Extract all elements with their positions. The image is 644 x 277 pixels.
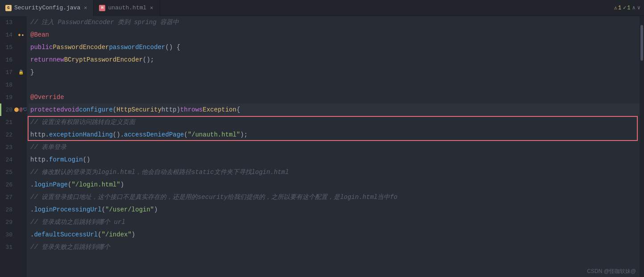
code-line [29,79,640,91]
line-number: 28 [0,207,15,213]
line-number: 24 [0,157,15,163]
nav-down-button[interactable]: ∨ [637,4,640,11]
gutter-row: 29 [0,216,27,228]
code-line: public PasswordEncoder passwordEncoder()… [29,41,640,54]
scrollbar-thumb[interactable] [640,25,643,61]
bookmark-icon: ◆ [18,32,21,37]
code-line: http.exceptionHandling().accessDeniedPag… [29,128,640,141]
gutter-row: 13 [0,16,27,29]
line-number: 17 [0,69,15,76]
tab-java-close[interactable]: ✕ [83,4,88,11]
gutter-row: 31 [0,241,27,253]
code-line: // 登录成功之后跳转到哪个 url [29,216,640,228]
at-icon: @ [20,107,23,112]
breakpoint-icon [14,107,19,112]
tab-html-label: unauth.html [108,4,146,11]
html-file-icon: H [99,5,105,11]
java-file-icon: G [5,5,12,11]
scrollbar[interactable] [640,16,644,277]
lock-icon: 🔒 [18,70,24,75]
code-area: 1314◆●151617🔒181920@🛡2122232425262728293… [0,16,644,277]
line-number: 23 [0,144,15,151]
warning-icon: ● [22,33,24,37]
gutter-row: 19 [0,91,27,103]
line-number: 19 [0,94,15,101]
gutter-row: 26 [0,178,27,191]
code-line: @Bean [29,29,640,41]
line-gutter: 1314◆●151617🔒181920@🛡2122232425262728293… [0,16,27,277]
line-number: 27 [0,194,15,201]
code-line: .loginPage("/login.html") [29,178,640,191]
gutter-row: 21 [0,116,27,128]
gutter-row: 25 [0,166,27,178]
gutter-row: 15 [0,41,27,54]
line-number: 16 [0,57,15,63]
editor-window: G SecurityConfig.java ✕ H unauth.html ✕ … [0,0,644,277]
gutter-row: 27 [0,191,27,203]
nav-up-button[interactable]: ∧ [632,4,636,11]
line-number: 29 [0,219,15,226]
tab-html-close[interactable]: ✕ [149,4,154,11]
code-line: @Override [29,91,640,103]
warning-indicator: ⚠ 1 [614,4,621,11]
line-number: 25 [0,169,15,176]
line-number: 22 [0,132,15,138]
code-line: .loginProcessingUrl("/user/login") [29,203,640,216]
gutter-row: 16 [0,54,27,66]
line-icons: @🛡 [15,107,27,112]
code-line: // 登录失败之后跳转到哪个 [29,241,640,253]
current-line-indicator [0,103,1,116]
warning-triangle-icon: ⚠ [614,4,617,11]
gutter-row: 28 [0,203,27,216]
tab-java[interactable]: G SecurityConfig.java ✕ [0,0,94,16]
line-number: 21 [0,119,15,126]
gutter-row: 18 [0,79,27,91]
code-line: // 表单登录 [29,141,640,153]
code-line: // 修改默认的登录页为login.html，他会自动去根路径static文件夹… [29,166,640,178]
line-number: 13 [0,19,15,26]
check-indicator: ✓ 1 [623,4,630,11]
code-content[interactable]: // 注入 PasswordEncoder 类到 spring 容器中 @Bea… [27,16,640,277]
tab-bar: G SecurityConfig.java ✕ H unauth.html ✕ … [0,0,644,16]
gutter-row: 22 [0,128,27,141]
gutter-row: 20@🛡 [0,103,27,116]
watermark: CSDN @怪咖软妹@ [587,268,636,275]
code-line: } [29,66,640,79]
code-line: // 设置登录接口地址，这个接口不是真实存在的，还是用的security给我们提… [29,191,640,203]
check-icon: ✓ [623,4,626,11]
line-number: 14 [0,32,15,38]
gutter-row: 17🔒 [0,66,27,79]
code-line: // 注入 PasswordEncoder 类到 spring 容器中 [29,16,640,29]
line-number: 26 [0,182,15,188]
tab-html[interactable]: H unauth.html ✕ [94,0,160,16]
line-number: 15 [0,44,15,51]
warning-count: 1 [618,5,621,11]
line-number: 31 [0,244,15,251]
gutter-row: 23 [0,141,27,153]
tab-java-label: SecurityConfig.java [14,4,80,11]
gutter-row: 14◆● [0,29,27,41]
code-line: protected void configure(HttpSecurity ht… [29,103,640,116]
code-line: return new BCryptPasswordEncoder(); [29,54,640,66]
line-number: 30 [0,232,15,238]
gutter-row: 24 [0,153,27,166]
code-line: http.formLogin() [29,153,640,166]
code-line: .defaultSuccessUrl("/index") [29,228,640,241]
check-count: 1 [627,5,630,11]
line-number: 20 [0,107,15,113]
gutter-row: 30 [0,228,27,241]
top-right-indicators: ⚠ 1 ✓ 1 ∧ ∨ [614,4,644,11]
line-icons: 🔒 [15,70,27,75]
code-line: // 设置没有权限访问跳转自定义页面 [29,116,640,128]
line-icons: ◆● [15,32,27,37]
line-number: 18 [0,82,15,88]
